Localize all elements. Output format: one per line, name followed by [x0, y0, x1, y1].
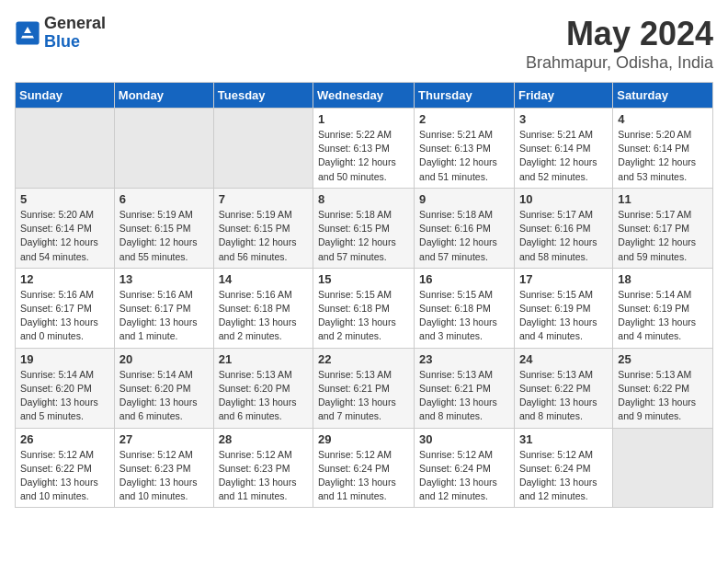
- day-number: 21: [219, 352, 308, 366]
- calendar-cell: 9Sunrise: 5:18 AMSunset: 6:16 PMDaylight…: [415, 188, 515, 268]
- calendar-week-row: 26Sunrise: 5:12 AMSunset: 6:22 PMDayligh…: [16, 428, 713, 508]
- day-number: 6: [119, 192, 209, 206]
- day-number: 3: [519, 112, 608, 126]
- logo: General Blue: [15, 15, 106, 52]
- calendar-cell: [213, 109, 313, 189]
- month-title: May 2024: [526, 15, 713, 53]
- day-number: 31: [519, 432, 608, 446]
- day-info: Sunrise: 5:20 AMSunset: 6:14 PMDaylight:…: [20, 208, 109, 264]
- weekday-header: Wednesday: [313, 83, 415, 109]
- day-number: 27: [119, 432, 209, 446]
- calendar-cell: 7Sunrise: 5:19 AMSunset: 6:15 PMDaylight…: [213, 188, 313, 268]
- calendar-cell: 30Sunrise: 5:12 AMSunset: 6:24 PMDayligh…: [415, 428, 515, 508]
- day-number: 28: [219, 432, 308, 446]
- day-number: 24: [519, 352, 608, 366]
- day-number: 12: [20, 272, 109, 286]
- day-number: 22: [318, 352, 409, 366]
- day-number: 25: [618, 352, 708, 366]
- day-number: 4: [618, 112, 708, 126]
- day-number: 29: [318, 432, 409, 446]
- day-info: Sunrise: 5:12 AMSunset: 6:24 PMDaylight:…: [419, 448, 509, 504]
- calendar-cell: 29Sunrise: 5:12 AMSunset: 6:24 PMDayligh…: [313, 428, 415, 508]
- day-number: 2: [419, 112, 509, 126]
- calendar-cell: 12Sunrise: 5:16 AMSunset: 6:17 PMDayligh…: [16, 268, 115, 348]
- calendar-cell: 16Sunrise: 5:15 AMSunset: 6:18 PMDayligh…: [415, 268, 515, 348]
- day-info: Sunrise: 5:16 AMSunset: 6:17 PMDaylight:…: [20, 288, 109, 344]
- day-info: Sunrise: 5:14 AMSunset: 6:20 PMDaylight:…: [20, 368, 109, 424]
- day-info: Sunrise: 5:21 AMSunset: 6:13 PMDaylight:…: [419, 128, 509, 184]
- svg-rect-2: [22, 33, 32, 36]
- day-number: 7: [219, 192, 308, 206]
- calendar-cell: 28Sunrise: 5:12 AMSunset: 6:23 PMDayligh…: [213, 428, 313, 508]
- weekday-header-row: SundayMondayTuesdayWednesdayThursdayFrid…: [16, 83, 713, 109]
- calendar-cell: 19Sunrise: 5:14 AMSunset: 6:20 PMDayligh…: [16, 348, 115, 428]
- day-number: 23: [419, 352, 509, 366]
- logo-blue: Blue: [44, 33, 106, 52]
- day-info: Sunrise: 5:13 AMSunset: 6:21 PMDaylight:…: [419, 368, 509, 424]
- day-info: Sunrise: 5:22 AMSunset: 6:13 PMDaylight:…: [318, 128, 409, 184]
- calendar-table: SundayMondayTuesdayWednesdayThursdayFrid…: [15, 82, 713, 508]
- day-info: Sunrise: 5:15 AMSunset: 6:18 PMDaylight:…: [419, 288, 509, 344]
- calendar-cell: 22Sunrise: 5:13 AMSunset: 6:21 PMDayligh…: [313, 348, 415, 428]
- weekday-header: Monday: [114, 83, 213, 109]
- day-info: Sunrise: 5:19 AMSunset: 6:15 PMDaylight:…: [119, 208, 209, 264]
- calendar-week-row: 5Sunrise: 5:20 AMSunset: 6:14 PMDaylight…: [16, 188, 713, 268]
- day-number: 26: [20, 432, 109, 446]
- day-info: Sunrise: 5:16 AMSunset: 6:17 PMDaylight:…: [119, 288, 209, 344]
- calendar-cell: 8Sunrise: 5:18 AMSunset: 6:15 PMDaylight…: [313, 188, 415, 268]
- calendar-cell: 21Sunrise: 5:13 AMSunset: 6:20 PMDayligh…: [213, 348, 313, 428]
- day-number: 11: [618, 192, 708, 206]
- day-number: 19: [20, 352, 109, 366]
- day-number: 15: [318, 272, 409, 286]
- calendar-cell: [16, 109, 115, 189]
- calendar-cell: [114, 109, 213, 189]
- calendar-cell: 11Sunrise: 5:17 AMSunset: 6:17 PMDayligh…: [613, 188, 713, 268]
- day-number: 16: [419, 272, 509, 286]
- day-info: Sunrise: 5:12 AMSunset: 6:24 PMDaylight:…: [519, 448, 608, 504]
- calendar-cell: 24Sunrise: 5:13 AMSunset: 6:22 PMDayligh…: [514, 348, 612, 428]
- calendar-cell: 14Sunrise: 5:16 AMSunset: 6:18 PMDayligh…: [213, 268, 313, 348]
- calendar-cell: 31Sunrise: 5:12 AMSunset: 6:24 PMDayligh…: [514, 428, 612, 508]
- day-info: Sunrise: 5:18 AMSunset: 6:16 PMDaylight:…: [419, 208, 509, 264]
- weekday-header: Sunday: [16, 83, 115, 109]
- calendar-cell: 2Sunrise: 5:21 AMSunset: 6:13 PMDaylight…: [415, 109, 515, 189]
- day-number: 17: [519, 272, 608, 286]
- day-number: 20: [119, 352, 209, 366]
- day-info: Sunrise: 5:18 AMSunset: 6:15 PMDaylight:…: [318, 208, 409, 264]
- day-number: 1: [318, 112, 409, 126]
- calendar-cell: 13Sunrise: 5:16 AMSunset: 6:17 PMDayligh…: [114, 268, 213, 348]
- day-info: Sunrise: 5:13 AMSunset: 6:20 PMDaylight:…: [219, 368, 308, 424]
- calendar-cell: 4Sunrise: 5:20 AMSunset: 6:14 PMDaylight…: [613, 109, 713, 189]
- day-number: 30: [419, 432, 509, 446]
- weekday-header: Tuesday: [213, 83, 313, 109]
- day-info: Sunrise: 5:14 AMSunset: 6:20 PMDaylight:…: [119, 368, 209, 424]
- calendar-cell: 10Sunrise: 5:17 AMSunset: 6:16 PMDayligh…: [514, 188, 612, 268]
- logo-general: General: [44, 15, 106, 33]
- weekday-header: Friday: [514, 83, 612, 109]
- calendar-cell: 1Sunrise: 5:22 AMSunset: 6:13 PMDaylight…: [313, 109, 415, 189]
- calendar-cell: 20Sunrise: 5:14 AMSunset: 6:20 PMDayligh…: [114, 348, 213, 428]
- day-info: Sunrise: 5:21 AMSunset: 6:14 PMDaylight:…: [519, 128, 608, 184]
- calendar-week-row: 12Sunrise: 5:16 AMSunset: 6:17 PMDayligh…: [16, 268, 713, 348]
- calendar-cell: 17Sunrise: 5:15 AMSunset: 6:19 PMDayligh…: [514, 268, 612, 348]
- location-title: Brahmapur, Odisha, India: [526, 53, 713, 73]
- day-info: Sunrise: 5:13 AMSunset: 6:21 PMDaylight:…: [318, 368, 409, 424]
- calendar-cell: [613, 428, 713, 508]
- calendar-cell: 5Sunrise: 5:20 AMSunset: 6:14 PMDaylight…: [16, 188, 115, 268]
- day-info: Sunrise: 5:15 AMSunset: 6:18 PMDaylight:…: [318, 288, 409, 344]
- calendar-cell: 25Sunrise: 5:13 AMSunset: 6:22 PMDayligh…: [613, 348, 713, 428]
- calendar-cell: 6Sunrise: 5:19 AMSunset: 6:15 PMDaylight…: [114, 188, 213, 268]
- day-number: 13: [119, 272, 209, 286]
- calendar-cell: 23Sunrise: 5:13 AMSunset: 6:21 PMDayligh…: [415, 348, 515, 428]
- day-info: Sunrise: 5:13 AMSunset: 6:22 PMDaylight:…: [618, 368, 708, 424]
- day-info: Sunrise: 5:17 AMSunset: 6:16 PMDaylight:…: [519, 208, 608, 264]
- day-info: Sunrise: 5:19 AMSunset: 6:15 PMDaylight:…: [219, 208, 308, 264]
- day-number: 10: [519, 192, 608, 206]
- day-number: 14: [219, 272, 308, 286]
- day-number: 8: [318, 192, 409, 206]
- day-number: 18: [618, 272, 708, 286]
- day-info: Sunrise: 5:12 AMSunset: 6:22 PMDaylight:…: [20, 448, 109, 504]
- calendar-week-row: 19Sunrise: 5:14 AMSunset: 6:20 PMDayligh…: [16, 348, 713, 428]
- day-info: Sunrise: 5:15 AMSunset: 6:19 PMDaylight:…: [519, 288, 608, 344]
- logo-text: General Blue: [44, 15, 106, 52]
